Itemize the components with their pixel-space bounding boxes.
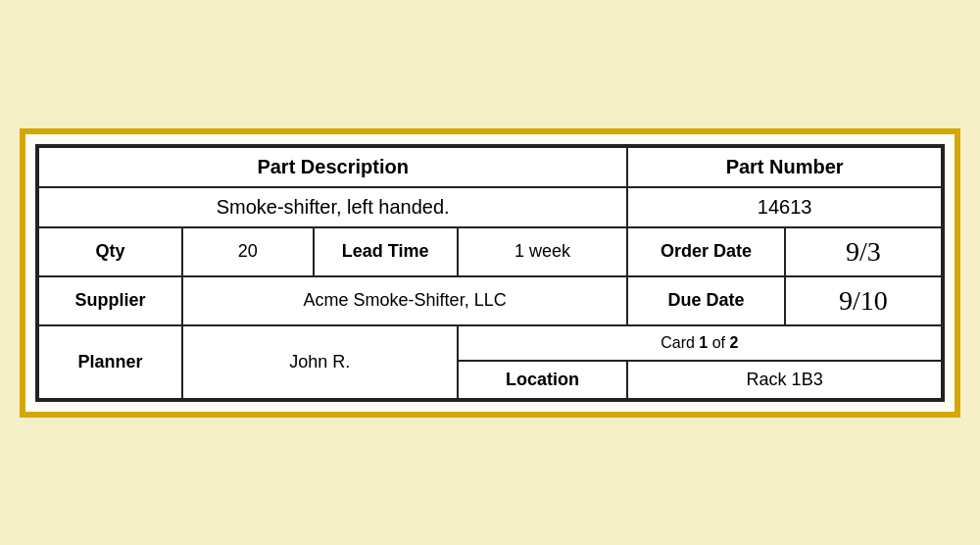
location-value: Rack 1B3 (627, 361, 942, 399)
due-date-value: 9/10 (785, 276, 942, 325)
qty-label: Qty (38, 227, 182, 276)
card-of-middle: of (708, 334, 729, 351)
part-number-value: 14613 (627, 187, 942, 227)
part-number-header: Part Number (627, 147, 942, 187)
card-of-total: 2 (729, 334, 738, 351)
lead-time-value: 1 week (458, 227, 628, 276)
lead-time-label: Lead Time (314, 227, 458, 276)
card-of: Card 1 of 2 (458, 325, 942, 361)
location-label: Location (458, 361, 628, 399)
part-description-header: Part Description (38, 147, 627, 187)
supplier-value: Acme Smoke-Shifter, LLC (182, 276, 627, 325)
qty-value: 20 (182, 227, 314, 276)
order-date-value: 9/3 (785, 227, 942, 276)
outer-border: Part Description Part Number Smoke-shift… (20, 128, 960, 418)
kanban-card: Part Description Part Number Smoke-shift… (35, 144, 945, 402)
planner-value: John R. (182, 325, 458, 399)
due-date-label: Due Date (627, 276, 784, 325)
supplier-label: Supplier (38, 276, 182, 325)
card-of-prefix: Card (661, 334, 699, 351)
card-of-number: 1 (699, 334, 708, 351)
planner-label: Planner (38, 325, 182, 399)
part-description-value: Smoke-shifter, left handed. (38, 187, 627, 227)
order-date-label: Order Date (627, 227, 784, 276)
